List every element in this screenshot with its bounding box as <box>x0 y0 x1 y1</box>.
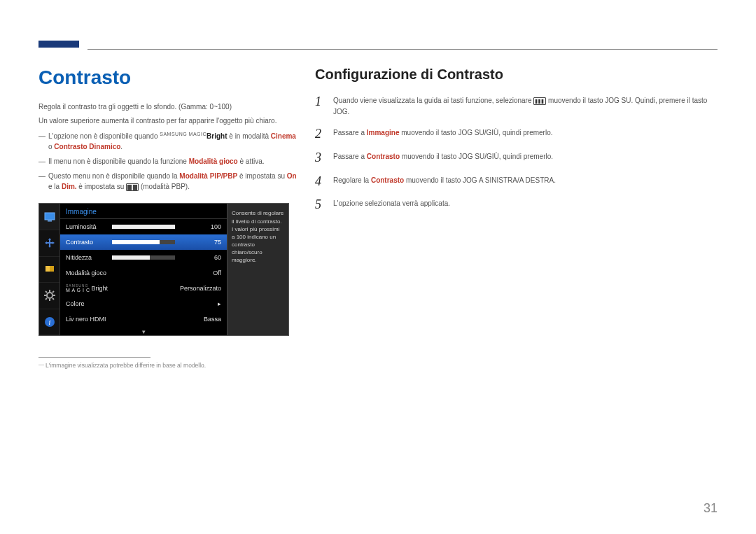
pbp-icon <box>126 183 139 191</box>
osd-row-luminosita: Luminosità 100 <box>60 219 227 234</box>
svg-rect-1 <box>133 185 137 190</box>
svg-line-12 <box>52 298 54 300</box>
osd-list: Luminosità 100 Contrasto 75 Nitidezza 60… <box>60 219 227 337</box>
right-column: Configurazione di Contrasto 1 Quando vie… <box>315 66 718 222</box>
intro-line-1: Regola il contrasto tra gli oggetti e lo… <box>38 101 298 113</box>
footnote: L'immagine visualizzata potrebbe differi… <box>38 362 298 369</box>
svg-rect-19 <box>542 99 544 104</box>
header-rule <box>88 49 718 50</box>
osd-nav-picture-icon <box>39 204 59 230</box>
menu-icon <box>533 97 546 105</box>
osd-nav-move-icon <box>39 230 59 257</box>
osd-row-gioco: Modalità gioco Off <box>60 265 227 281</box>
svg-rect-2 <box>45 213 55 220</box>
osd-row-colore: Colore ▸ <box>60 296 227 311</box>
osd-row-hdmi: Liv nero HDMI Bassa <box>60 311 227 327</box>
osd-row-contrasto: Contrasto 75 <box>60 234 227 250</box>
section-title: Configurazione di Contrasto <box>315 66 718 83</box>
svg-line-11 <box>46 291 47 293</box>
svg-line-14 <box>46 298 47 300</box>
osd-row-magicbright: SAMSUNG M A G I C Bright Personalizzato <box>60 281 227 296</box>
svg-rect-17 <box>536 99 538 104</box>
footnote-rule <box>38 357 150 358</box>
osd-nav-settings-icon <box>39 283 59 309</box>
header-accent-bar <box>38 41 79 48</box>
note-gamemode: Il menu non è disponibile quando la funz… <box>38 156 298 167</box>
intro-line-2: Un valore superiore aumenta il contrasto… <box>38 115 298 127</box>
osd-main: Immagine Luminosità 100 Contrasto 75 Nit… <box>60 204 227 335</box>
page-number: 31 <box>704 501 718 516</box>
note-magicbright: L'opzione non è disponibile quando SAMSU… <box>38 131 298 152</box>
note-pippbp: Questo menu non è disponibile quando la … <box>38 171 298 192</box>
step-2: 2 Passare a Immagine muovendo il tasto J… <box>315 127 718 141</box>
osd-nav-display-icon <box>39 257 59 283</box>
osd-screenshot: i Immagine Luminosità 100 Contrasto 75 N… <box>38 203 289 336</box>
svg-line-13 <box>52 291 54 293</box>
svg-rect-0 <box>127 185 132 190</box>
svg-rect-5 <box>46 266 50 272</box>
step-3: 3 Passare a Contrasto muovendo il tasto … <box>315 151 718 165</box>
svg-text:i: i <box>48 318 50 326</box>
osd-nav: i <box>39 204 60 335</box>
osd-scroll-arrow: ▾ <box>60 327 227 337</box>
step-5: 5 L'opzione selezionata verrà applicata. <box>315 198 718 212</box>
step-4: 4 Regolare la Contrasto muovendo il tast… <box>315 175 718 189</box>
svg-point-6 <box>47 293 52 298</box>
svg-rect-3 <box>48 220 52 222</box>
left-column: Contrasto Regola il contrasto tra gli og… <box>38 66 298 369</box>
osd-help-panel: Consente di regolare il livello di contr… <box>227 204 288 335</box>
page-title: Contrasto <box>38 66 298 89</box>
intro-block: Regola il contrasto tra gli oggetti e lo… <box>38 101 298 127</box>
svg-rect-18 <box>539 99 541 104</box>
osd-header: Immagine <box>60 204 227 219</box>
step-1: 1 Quando viene visualizzata la guida ai … <box>315 95 718 118</box>
osd-nav-info-icon: i <box>39 309 59 336</box>
osd-row-nitidezza: Nitidezza 60 <box>60 250 227 265</box>
